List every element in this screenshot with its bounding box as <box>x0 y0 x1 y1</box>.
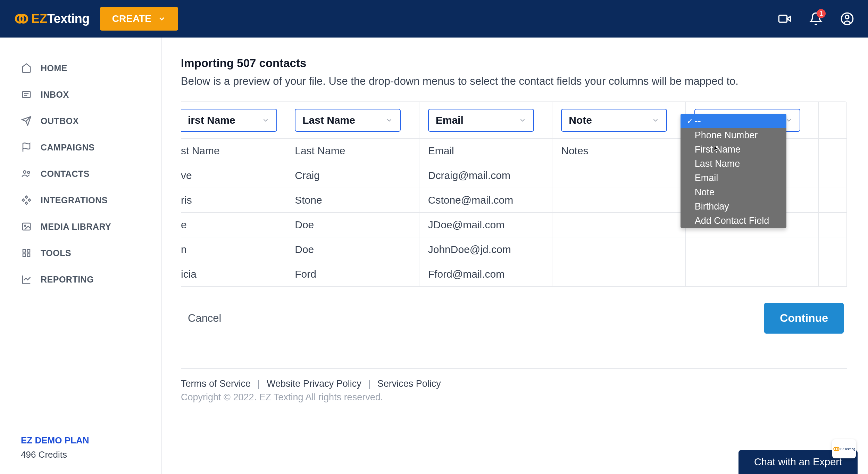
chevron-down-icon <box>158 15 166 23</box>
dropdown-option-phone[interactable]: Phone Number <box>681 128 786 142</box>
logo-text-ez: EZ <box>31 11 47 26</box>
page-title: Importing 507 contacts <box>181 57 847 70</box>
footer-copyright: Copyright © 2022. EZ Texting All rights … <box>181 392 847 403</box>
notification-badge: 1 <box>817 9 826 18</box>
cell: Doe <box>286 213 419 237</box>
form-actions: Cancel Continue <box>181 303 847 334</box>
dropdown-label: irst Name <box>188 114 235 126</box>
chevron-down-icon <box>385 116 393 124</box>
dropdown-option-lastname[interactable]: Last Name <box>681 157 786 171</box>
column-mapping-dropdown-4[interactable]: Note <box>561 109 667 132</box>
sidebar-item-label: HOME <box>41 63 67 73</box>
option-label: Phone Number <box>695 130 758 141</box>
table-row: icia Ford Fford@mail.com <box>181 262 847 287</box>
sidebar-item-label: INBOX <box>41 90 69 100</box>
cell <box>819 213 847 237</box>
option-label: Note <box>695 187 715 198</box>
cell: Notes <box>552 139 685 163</box>
chevron-down-icon <box>519 116 526 124</box>
preview-table: irst Name Last Name Em <box>181 102 847 287</box>
chevron-down-icon <box>652 116 659 124</box>
svg-point-13 <box>27 171 30 173</box>
brand-logo[interactable]: EZTexting <box>14 11 90 26</box>
create-button-label: CREATE <box>112 13 151 24</box>
footer-links: Terms of Service | Website Privacy Polic… <box>181 378 847 389</box>
dropdown-option-addfield[interactable]: Add Contact Field <box>681 214 786 228</box>
column-mapping-dropdown-3[interactable]: Email <box>428 109 534 132</box>
option-label: Last Name <box>695 158 740 169</box>
cell: Cstone@mail.com <box>419 188 552 213</box>
notification-icon[interactable]: 1 <box>809 12 823 26</box>
option-label: Birthday <box>695 201 729 212</box>
create-button[interactable]: CREATE <box>100 7 178 31</box>
option-label: Add Contact Field <box>695 215 769 226</box>
footer: Terms of Service | Website Privacy Polic… <box>181 368 847 403</box>
option-label: First Name <box>695 144 741 155</box>
cell <box>552 188 685 213</box>
contacts-icon <box>21 168 32 179</box>
dropdown-label: Email <box>436 114 464 126</box>
sidebar-item-label: REPORTING <box>41 275 94 285</box>
svg-rect-22 <box>23 254 26 257</box>
dropdown-option-none[interactable]: ✓-- <box>681 114 786 128</box>
sidebar-item-label: INTEGRATIONS <box>41 195 108 205</box>
sidebar-item-tools[interactable]: TOOLS <box>0 240 161 266</box>
terms-link[interactable]: Terms of Service <box>181 378 251 389</box>
video-icon[interactable] <box>778 12 792 26</box>
sidebar-item-media[interactable]: MEDIA LIBRARY <box>0 213 161 240</box>
sidebar-item-integrations[interactable]: INTEGRATIONS <box>0 187 161 213</box>
chat-logo-icon: EZTexting <box>833 446 856 452</box>
svg-point-19 <box>24 225 26 227</box>
chevron-down-icon <box>262 116 269 124</box>
privacy-link[interactable]: Website Privacy Policy <box>267 378 361 389</box>
cell: Doe <box>286 237 419 262</box>
dropdown-option-firstname[interactable]: First Name <box>681 142 786 157</box>
reporting-icon <box>21 274 32 285</box>
column-mapping-dropdown-2[interactable]: Last Name <box>295 109 401 132</box>
plan-name: EZ DEMO PLAN <box>21 435 141 446</box>
app-header: EZTexting CREATE 1 <box>0 0 868 38</box>
cell <box>819 139 847 163</box>
svg-rect-2 <box>779 15 787 22</box>
sidebar-item-label: TOOLS <box>41 248 71 258</box>
main-content: Importing 507 contacts Below is a previe… <box>162 38 868 474</box>
sidebar-item-campaigns[interactable]: CAMPAIGNS <box>0 134 161 161</box>
cell <box>685 262 818 287</box>
tools-icon <box>21 247 32 259</box>
sidebar-item-inbox[interactable]: INBOX <box>0 81 161 108</box>
dropdown-option-email[interactable]: Email <box>681 171 786 185</box>
preview-table-wrap: irst Name Last Name Em <box>181 101 847 287</box>
cell: Last Name <box>286 139 419 163</box>
integrations-icon <box>21 195 32 206</box>
cell <box>552 262 685 287</box>
sidebar-item-contacts[interactable]: CONTACTS <box>0 161 161 187</box>
cell: Ford <box>286 262 419 287</box>
svg-rect-14 <box>25 196 27 198</box>
services-link[interactable]: Services Policy <box>377 378 441 389</box>
page-subtitle: Below is a preview of your file. Use the… <box>181 75 847 88</box>
cell: Dcraig@mail.com <box>419 163 552 188</box>
cell: Email <box>419 139 552 163</box>
cell: st Name <box>181 139 286 163</box>
svg-rect-6 <box>23 91 31 98</box>
chat-widget-logo[interactable]: EZTexting <box>832 439 856 458</box>
cell: n <box>181 237 286 262</box>
inbox-icon <box>21 89 32 100</box>
sidebar-item-label: CONTACTS <box>41 169 90 179</box>
profile-icon[interactable] <box>840 12 854 26</box>
svg-point-12 <box>23 171 26 173</box>
sidebar-item-home[interactable]: HOME <box>0 55 161 81</box>
svg-point-5 <box>845 15 849 19</box>
credits-count: 496 Credits <box>21 449 141 460</box>
chat-label: Chat with an Expert <box>754 456 842 468</box>
continue-button[interactable]: Continue <box>764 303 844 334</box>
cell <box>819 262 847 287</box>
campaigns-icon <box>21 142 32 153</box>
dropdown-option-birthday[interactable]: Birthday <box>681 199 786 214</box>
cancel-button[interactable]: Cancel <box>184 305 225 332</box>
sidebar-item-reporting[interactable]: REPORTING <box>0 266 161 293</box>
dropdown-option-note[interactable]: Note <box>681 185 786 199</box>
column-mapping-dropdown-1[interactable]: irst Name <box>181 109 277 132</box>
cell: JDoe@mail.com <box>419 213 552 237</box>
sidebar-item-outbox[interactable]: OUTBOX <box>0 108 161 134</box>
